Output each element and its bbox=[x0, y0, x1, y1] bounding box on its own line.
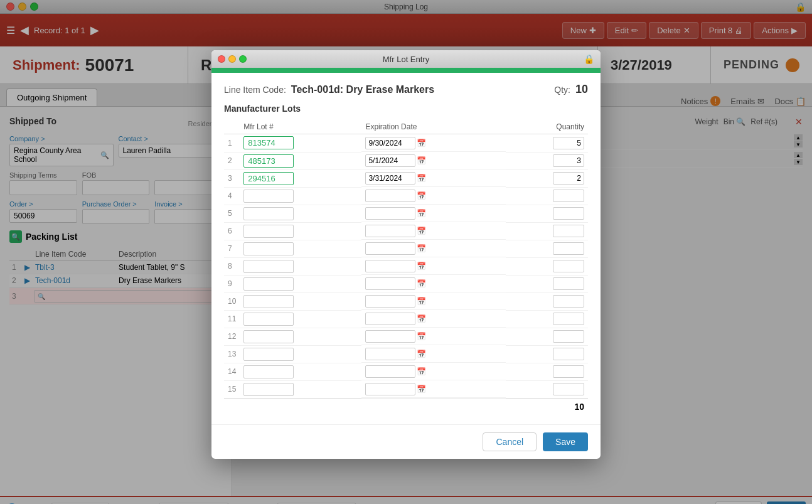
date-cell[interactable]: 📅 bbox=[361, 205, 506, 222]
date-cell[interactable]: 📅 bbox=[361, 257, 506, 275]
date-cell[interactable]: 📅 bbox=[361, 240, 506, 257]
qty-cell[interactable] bbox=[506, 187, 588, 205]
qty-cell[interactable] bbox=[506, 275, 588, 292]
calendar-icon[interactable]: 📅 bbox=[417, 297, 426, 306]
date-cell[interactable]: 📅 bbox=[361, 292, 506, 310]
lot-input[interactable] bbox=[243, 313, 294, 326]
lot-cell[interactable] bbox=[240, 292, 361, 310]
date-cell[interactable]: 📅 bbox=[361, 275, 506, 292]
modal-close-button[interactable] bbox=[218, 55, 225, 63]
qty-cell[interactable] bbox=[506, 240, 588, 257]
date-input[interactable] bbox=[365, 383, 415, 395]
date-cell[interactable]: 📅 bbox=[361, 363, 506, 380]
date-cell[interactable]: 📅 bbox=[361, 328, 506, 345]
lot-input[interactable] bbox=[243, 295, 294, 308]
lot-input[interactable] bbox=[243, 207, 294, 220]
lot-input[interactable] bbox=[243, 260, 294, 273]
lot-cell[interactable] bbox=[240, 257, 361, 275]
lot-input[interactable] bbox=[243, 190, 294, 203]
date-cell[interactable]: 📅 bbox=[361, 380, 506, 398]
lot-cell[interactable] bbox=[240, 187, 361, 205]
date-cell[interactable]: 📅 bbox=[361, 222, 506, 240]
date-cell[interactable]: 📅 bbox=[361, 152, 506, 169]
date-input[interactable] bbox=[365, 277, 415, 290]
modal-minimize-button[interactable] bbox=[228, 55, 236, 63]
lot-input[interactable] bbox=[243, 154, 294, 168]
qty-cell[interactable] bbox=[506, 380, 588, 398]
lot-input[interactable] bbox=[243, 172, 294, 185]
date-input[interactable] bbox=[365, 207, 415, 220]
date-input[interactable] bbox=[365, 154, 415, 167]
qty-cell[interactable] bbox=[506, 134, 588, 153]
qty-input[interactable] bbox=[553, 172, 584, 185]
calendar-icon[interactable]: 📅 bbox=[417, 367, 426, 376]
lot-cell[interactable] bbox=[240, 169, 361, 187]
lot-cell[interactable] bbox=[240, 310, 361, 328]
calendar-icon[interactable]: 📅 bbox=[417, 332, 426, 341]
lot-cell[interactable] bbox=[240, 134, 361, 153]
lot-cell[interactable] bbox=[240, 328, 361, 345]
lot-input[interactable] bbox=[243, 365, 294, 378]
qty-input[interactable] bbox=[553, 225, 584, 237]
modal-cancel-button[interactable]: Cancel bbox=[483, 432, 537, 451]
lot-cell[interactable] bbox=[240, 152, 361, 169]
date-input[interactable] bbox=[365, 172, 415, 185]
date-cell[interactable]: 📅 bbox=[361, 134, 506, 152]
lot-cell[interactable] bbox=[240, 363, 361, 380]
calendar-icon[interactable]: 📅 bbox=[417, 209, 426, 218]
calendar-icon[interactable]: 📅 bbox=[417, 314, 426, 323]
lot-cell[interactable] bbox=[240, 222, 361, 240]
calendar-icon[interactable]: 📅 bbox=[417, 385, 426, 394]
qty-input[interactable] bbox=[553, 190, 584, 202]
lot-input[interactable] bbox=[243, 330, 294, 343]
date-input[interactable] bbox=[365, 330, 415, 343]
lot-input[interactable] bbox=[243, 242, 294, 255]
lot-cell[interactable] bbox=[240, 205, 361, 222]
qty-input[interactable] bbox=[553, 383, 584, 395]
calendar-icon[interactable]: 📅 bbox=[417, 174, 426, 183]
qty-cell[interactable] bbox=[506, 310, 588, 328]
modal-window-controls[interactable] bbox=[218, 55, 247, 63]
qty-cell[interactable] bbox=[506, 363, 588, 380]
date-cell[interactable]: 📅 bbox=[361, 310, 506, 328]
qty-input[interactable] bbox=[553, 365, 584, 378]
qty-cell[interactable] bbox=[506, 222, 588, 240]
calendar-icon[interactable]: 📅 bbox=[417, 262, 426, 271]
lot-cell[interactable] bbox=[240, 275, 361, 292]
calendar-icon[interactable]: 📅 bbox=[417, 191, 426, 200]
date-input[interactable] bbox=[365, 137, 415, 149]
qty-input[interactable] bbox=[553, 154, 584, 167]
qty-input[interactable] bbox=[553, 242, 584, 255]
date-cell[interactable]: 📅 bbox=[361, 345, 506, 363]
calendar-icon[interactable]: 📅 bbox=[417, 139, 426, 147]
date-input[interactable] bbox=[365, 313, 415, 325]
date-input[interactable] bbox=[365, 242, 415, 255]
qty-input[interactable] bbox=[553, 277, 584, 290]
qty-input[interactable] bbox=[553, 260, 584, 272]
calendar-icon[interactable]: 📅 bbox=[417, 227, 426, 235]
lot-input[interactable] bbox=[243, 383, 294, 396]
qty-input[interactable] bbox=[553, 137, 584, 149]
date-input[interactable] bbox=[365, 260, 415, 272]
date-input[interactable] bbox=[365, 295, 415, 308]
qty-input[interactable] bbox=[553, 348, 584, 360]
qty-cell[interactable] bbox=[506, 152, 588, 169]
lot-input[interactable] bbox=[243, 225, 294, 238]
calendar-icon[interactable]: 📅 bbox=[417, 244, 426, 253]
lot-input[interactable] bbox=[243, 348, 294, 361]
modal-maximize-button[interactable] bbox=[239, 55, 247, 63]
lot-input[interactable] bbox=[243, 136, 294, 149]
qty-cell[interactable] bbox=[506, 292, 588, 310]
date-input[interactable] bbox=[365, 225, 415, 237]
lot-input[interactable] bbox=[243, 277, 294, 291]
lot-cell[interactable] bbox=[240, 345, 361, 363]
qty-cell[interactable] bbox=[506, 328, 588, 345]
date-input[interactable] bbox=[365, 190, 415, 202]
date-input[interactable] bbox=[365, 365, 415, 378]
qty-input[interactable] bbox=[553, 313, 584, 325]
qty-input[interactable] bbox=[553, 207, 584, 220]
date-input[interactable] bbox=[365, 348, 415, 360]
lot-cell[interactable] bbox=[240, 240, 361, 257]
date-cell[interactable]: 📅 bbox=[361, 169, 506, 187]
calendar-icon[interactable]: 📅 bbox=[417, 279, 426, 288]
